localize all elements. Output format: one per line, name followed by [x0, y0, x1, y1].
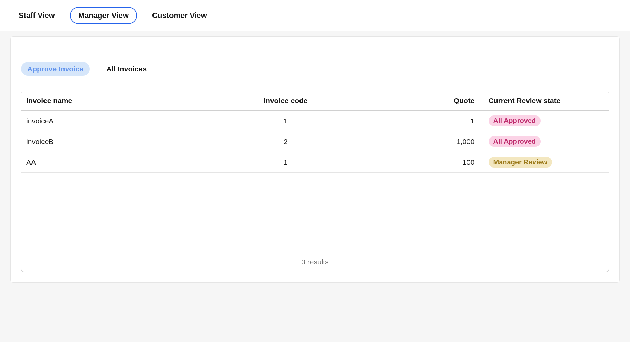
table-row[interactable]: invoiceB 2 1,000 All Approved: [21, 131, 609, 152]
cell-state: All Approved: [480, 111, 609, 131]
cell-quote: 1,000: [338, 131, 479, 152]
cell-name: AA: [21, 152, 233, 173]
top-nav: Staff View Manager View Customer View: [0, 0, 630, 31]
sub-tab-approve-invoice[interactable]: Approve Invoice: [21, 62, 90, 76]
page-body: Approve Invoice All Invoices Invoice nam…: [0, 31, 630, 342]
table-footer: 3 results: [21, 252, 609, 272]
invoice-table-card: Invoice name Invoice code Quote Current …: [21, 91, 609, 272]
table-row[interactable]: AA 1 100 Manager Review: [21, 152, 609, 173]
cell-quote: 1: [338, 111, 479, 131]
sub-tabs: Approve Invoice All Invoices: [11, 61, 619, 82]
cell-code: 1: [233, 111, 338, 131]
status-badge: All Approved: [489, 136, 541, 147]
cell-state: Manager Review: [480, 152, 609, 173]
tab-customer-view[interactable]: Customer View: [144, 7, 215, 24]
cell-quote: 100: [338, 152, 479, 173]
card-header: [11, 37, 619, 54]
outer-card: Approve Invoice All Invoices Invoice nam…: [10, 36, 620, 283]
sub-tab-all-invoices[interactable]: All Invoices: [100, 62, 153, 76]
table-spacer: [21, 173, 609, 252]
col-header-name[interactable]: Invoice name: [21, 91, 233, 111]
col-header-quote[interactable]: Quote: [338, 91, 479, 111]
status-badge: All Approved: [489, 115, 541, 126]
tab-manager-view[interactable]: Manager View: [70, 7, 137, 24]
col-header-code[interactable]: Invoice code: [233, 91, 338, 111]
invoice-table: Invoice name Invoice code Quote Current …: [21, 91, 609, 173]
inner-content: Approve Invoice All Invoices Invoice nam…: [11, 54, 619, 282]
status-badge: Manager Review: [489, 157, 552, 168]
cell-name: invoiceB: [21, 131, 233, 152]
cell-code: 1: [233, 152, 338, 173]
col-header-state[interactable]: Current Review state: [480, 91, 609, 111]
table-row[interactable]: invoiceA 1 1 All Approved: [21, 111, 609, 131]
cell-code: 2: [233, 131, 338, 152]
table-header-row: Invoice name Invoice code Quote Current …: [21, 91, 609, 111]
tab-staff-view[interactable]: Staff View: [10, 7, 63, 24]
cell-state: All Approved: [480, 131, 609, 152]
cell-name: invoiceA: [21, 111, 233, 131]
